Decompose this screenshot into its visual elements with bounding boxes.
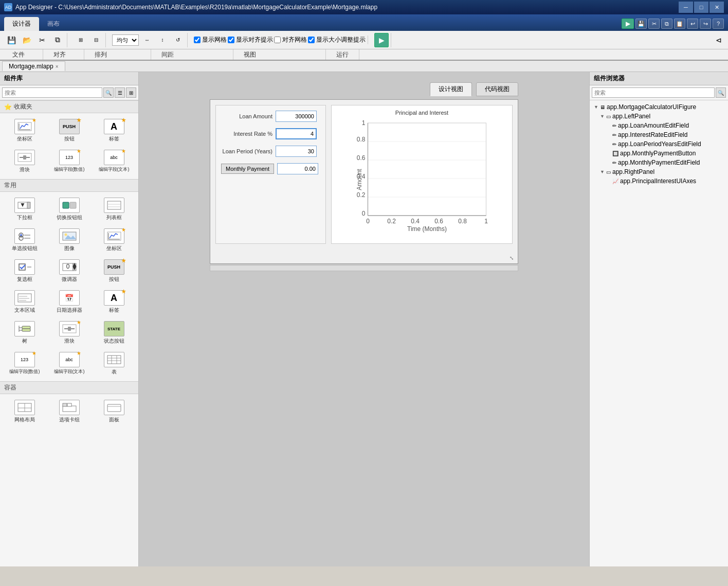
browser-search-button[interactable]: 🔍 bbox=[716, 87, 726, 98]
tb2[interactable]: ✂ bbox=[35, 33, 49, 47]
component-item-listbox[interactable]: 列表框 bbox=[93, 195, 135, 224]
tree-item-loanperiod[interactable]: ✏ app.LoanPeriodYearsEditField bbox=[592, 139, 726, 149]
component-item-slider-fav[interactable]: 滑块 bbox=[3, 147, 46, 176]
save-toolbar-button[interactable]: 💾 bbox=[635, 19, 647, 29]
component-search-input[interactable] bbox=[2, 87, 102, 98]
loan-amount-input[interactable] bbox=[276, 111, 317, 122]
principal-interest-chart: Amount 0 0.2 0.4 0.6 0.8 1 bbox=[336, 118, 508, 236]
collapse-btn[interactable]: ⊲ bbox=[712, 33, 726, 47]
svg-rect-59 bbox=[368, 123, 486, 216]
show-resize-checkbox[interactable] bbox=[308, 37, 315, 43]
component-item-numfield-fav[interactable]: 123 ★ 编辑字段(数值) bbox=[48, 147, 90, 176]
align-dropdown[interactable]: 均匀 bbox=[112, 34, 139, 46]
run-main-button[interactable]: ▶ bbox=[374, 33, 389, 47]
component-item-spinner[interactable]: 0▲▼ 微调器 bbox=[48, 257, 90, 286]
close-button[interactable]: ✕ bbox=[709, 2, 724, 13]
tree-arrow-leftpanel: ▼ bbox=[600, 114, 606, 119]
list-view-button[interactable]: ☰ bbox=[115, 87, 125, 98]
help-toolbar-button[interactable]: ? bbox=[713, 19, 724, 29]
component-item-button-fav[interactable]: PUSH ★ 按钮 bbox=[48, 116, 90, 145]
tb3[interactable]: ⧉ bbox=[50, 33, 65, 47]
minimize-button[interactable]: ─ bbox=[679, 2, 693, 13]
component-item-radio-group[interactable]: 单选按钮组 bbox=[3, 226, 46, 255]
loan-period-input[interactable] bbox=[276, 146, 317, 157]
undo-toolbar-button[interactable]: ↩ bbox=[687, 19, 698, 29]
component-item-tab-group[interactable]: 选项卡组 bbox=[48, 397, 90, 426]
tree-item-axes[interactable]: 📈 app.PrincipalInterestUIAxes bbox=[592, 176, 726, 186]
component-item-panel[interactable]: 面板 bbox=[93, 397, 135, 426]
reset-apply-btn[interactable]: ↺ bbox=[171, 33, 185, 47]
component-item-statebutton[interactable]: STATE 状态按钮 bbox=[93, 318, 135, 347]
numfield-fav-icon: 123 ★ bbox=[59, 150, 80, 165]
slider2-icon: ★ bbox=[59, 321, 80, 336]
interest-rate-input[interactable] bbox=[276, 128, 317, 139]
tree-label-monthlybtn: app.MonthlyPaymentButton bbox=[620, 150, 696, 157]
tree-item-root[interactable]: ▼ 🖥 app.MortgageCalculatorUIFigure bbox=[592, 102, 726, 112]
frame-size-button[interactable]: ⊞ bbox=[74, 33, 88, 47]
component-item-axes2[interactable]: ★ 坐标区 bbox=[93, 226, 135, 255]
grid-layout-icon bbox=[14, 400, 35, 415]
component-item-button2[interactable]: PUSH ★ 按钮 bbox=[93, 257, 135, 286]
svg-rect-56 bbox=[67, 403, 71, 406]
component-browser-search-input[interactable] bbox=[592, 87, 715, 98]
tree-item-rightpanel[interactable]: ▼ ▭ app.RightPanel bbox=[592, 167, 726, 176]
component-item-image[interactable]: 图像 bbox=[48, 226, 90, 255]
component-button[interactable]: ⊟ bbox=[89, 33, 103, 47]
show-grid-checkbox[interactable] bbox=[194, 37, 201, 43]
component-item-checkbox[interactable]: 复选框 bbox=[3, 257, 46, 286]
loan-amount-row: Loan Amount bbox=[221, 111, 320, 122]
monthly-payment-input[interactable] bbox=[277, 163, 318, 174]
monthly-payment-button[interactable]: Monthly Payment bbox=[221, 164, 274, 174]
statebutton-icon: STATE bbox=[104, 321, 124, 336]
paste-toolbar-button[interactable]: 📋 bbox=[674, 19, 685, 29]
tree-label-monthlyfield: app.MonthlyPaymentEditField bbox=[618, 159, 700, 166]
align-grid-checkbox[interactable] bbox=[274, 37, 281, 43]
component-item-numfield2[interactable]: 123 ★ 编辑字段(数值) bbox=[3, 349, 46, 378]
design-view-button[interactable]: 设计视图 bbox=[430, 82, 472, 96]
mode-tab-bar: 设计器 画布 ▶ 💾 ✂ ⧉ 📋 ↩ ↪ ? bbox=[0, 14, 728, 31]
copy-toolbar-button[interactable]: ⧉ bbox=[661, 19, 672, 29]
show-grid-label: 显示网格 bbox=[202, 35, 227, 44]
grid-view-button[interactable]: ⊞ bbox=[126, 87, 136, 98]
component-item-label2[interactable]: A ★ 标签 bbox=[93, 288, 135, 316]
component-item-textarea[interactable]: 文本区域 bbox=[3, 288, 46, 316]
tb1[interactable]: 📂 bbox=[20, 33, 34, 47]
tab-canvas[interactable]: 画布 bbox=[39, 17, 68, 31]
file-tab-mortgage[interactable]: Mortgage.mlapp × bbox=[2, 61, 65, 71]
svg-text:Time (Months): Time (Months) bbox=[407, 225, 447, 233]
file-tab-close-icon[interactable]: × bbox=[56, 64, 59, 69]
code-view-button[interactable]: 代码视图 bbox=[476, 82, 518, 96]
component-item-textfield-fav[interactable]: abc ★ 编辑字段(文本) bbox=[93, 147, 135, 176]
horiz-apply-btn[interactable]: ↔ bbox=[140, 33, 154, 47]
size-toolbar-group: ⊞ ⊟ bbox=[71, 33, 106, 47]
component-item-table[interactable]: 表 bbox=[93, 349, 135, 378]
tree-item-monthlyfield[interactable]: ✏ app.MonthlyPaymentEditField bbox=[592, 158, 726, 167]
tree-item-loanamount[interactable]: ✏ app.LoanAmountEditField bbox=[592, 121, 726, 130]
horizontal-scrollbar[interactable] bbox=[210, 265, 518, 271]
component-item-slider2[interactable]: ★ 滑块 bbox=[48, 318, 90, 347]
component-scroll-area: ⭐ 收藏夹 ★ 坐标区 PUSH ★ 按钮 bbox=[0, 100, 138, 566]
component-item-dropdown[interactable]: ▼ 下拉框 bbox=[3, 195, 46, 224]
tree-item-monthlybtn[interactable]: 🔲 app.MonthlyPaymentButton bbox=[592, 149, 726, 158]
image-icon bbox=[59, 228, 80, 244]
redo-toolbar-button[interactable]: ↪ bbox=[700, 19, 711, 29]
component-item-toggle-group[interactable]: 切换按钮组 bbox=[48, 195, 90, 224]
tab-designer[interactable]: 设计器 bbox=[4, 17, 39, 31]
cut-toolbar-button[interactable]: ✂ bbox=[648, 19, 660, 29]
save-button[interactable]: 💾 bbox=[4, 33, 19, 47]
component-item-datepicker[interactable]: 📅 日期选择器 bbox=[48, 288, 90, 316]
component-item-textfield2[interactable]: abc ★ 编辑字段(文本) bbox=[48, 349, 90, 378]
svg-text:0.4: 0.4 bbox=[357, 173, 366, 180]
canvas-resize-handle[interactable]: ⤡ bbox=[509, 255, 516, 261]
maximize-button[interactable]: □ bbox=[694, 2, 708, 13]
component-item-tree[interactable]: 树 bbox=[3, 318, 46, 347]
tree-item-interestrate[interactable]: ✏ app.InterestRateEditField bbox=[592, 130, 726, 139]
search-button[interactable]: 🔍 bbox=[103, 87, 114, 98]
component-item-axes[interactable]: ★ 坐标区 bbox=[3, 116, 46, 145]
vert-apply-btn[interactable]: ↕ bbox=[155, 33, 170, 47]
show-align-checkbox[interactable] bbox=[228, 37, 234, 43]
component-item-grid-layout[interactable]: 网格布局 bbox=[3, 397, 46, 426]
component-item-label-fav[interactable]: A ★ 标签 bbox=[93, 116, 135, 145]
run-button[interactable]: ▶ bbox=[622, 19, 634, 29]
tree-item-leftpanel[interactable]: ▼ ▭ app.LeftPanel bbox=[592, 112, 726, 121]
